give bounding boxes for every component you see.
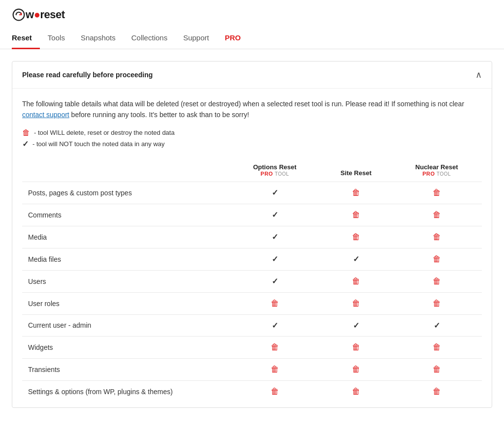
col-header-site-reset: Site Reset [320,158,391,182]
check-icon: ✓ [272,277,278,285]
options-reset-cell: ✓ [229,182,320,204]
table-row: Media✓🗑🗑 [22,226,482,248]
check-icon: ✓ [272,233,278,241]
row-label: Widgets [22,336,229,358]
nav-tab-reset[interactable]: Reset [12,30,40,49]
options-reset-cell: 🗑 [229,358,320,380]
trash-icon: 🗑 [352,277,360,286]
col-header-options-reset: Options Reset PRO TOOL [229,158,320,182]
table-row: Media files✓✓🗑 [22,248,482,270]
nav-tabs: Reset Tools Snapshots Collections Suppor… [12,30,492,49]
trash-icon: 🗑 [352,299,360,308]
trash-icon: 🗑 [433,210,441,219]
trash-icon: 🗑 [433,365,441,374]
intro-text-after: before running any tools. It's better to… [69,111,249,119]
trash-icon: 🗑 [352,365,360,374]
trash-icon: 🗑 [271,299,279,308]
legend-keep-text: - tool will NOT touch the noted data in … [32,140,165,148]
card-header: Please read carefully before proceeding … [12,62,492,89]
intro-paragraph: The following table details what data wi… [22,98,482,121]
options-reset-label: Options Reset [235,163,315,171]
row-label: Users [22,270,229,292]
site-reset-label: Site Reset [326,169,385,177]
table-row: Widgets🗑🗑🗑 [22,336,482,358]
nav-tab-snapshots[interactable]: Snapshots [73,30,124,49]
trash-icon: 🗑 [352,387,360,396]
comparison-table: Options Reset PRO TOOL Site Reset Nuc [22,158,482,402]
table-header-row: Options Reset PRO TOOL Site Reset Nuc [22,158,482,182]
nuclear-reset-cell: 🗑 [391,248,482,270]
trash-icon: 🗑 [271,365,279,374]
options-reset-cell: 🗑 [229,336,320,358]
row-label: User roles [22,292,229,314]
card-body: The following table details what data wi… [12,89,492,407]
info-card: Please read carefully before proceeding … [12,61,492,408]
nuclear-reset-cell: 🗑 [391,336,482,358]
check-icon: ✓ [272,211,278,219]
nuclear-reset-cell: 🗑 [391,358,482,380]
table-head: Options Reset PRO TOOL Site Reset Nuc [22,158,482,182]
row-label: Media files [22,248,229,270]
check-icon: ✓ [353,321,359,330]
table-row: Current user - admin✓✓✓ [22,314,482,336]
pro-word-2: PRO [422,171,435,177]
options-reset-cell: ✓ [229,204,320,226]
options-reset-cell: 🗑 [229,380,320,402]
check-icon: ✓ [353,255,359,263]
nav-tab-collections[interactable]: Collections [124,30,175,49]
trash-icon: 🗑 [433,232,441,242]
legend-delete-text: - tool WILL delete, reset or destroy the… [34,129,175,136]
row-label: Current user - admin [22,314,229,336]
site-reset-cell: 🗑 [320,380,391,402]
logo-text: w●reset [26,8,65,21]
app-wrapper: w●reset Reset Tools Snapshots Collection… [0,0,504,433]
check-icon: ✓ [272,255,278,263]
table-row: Settings & options (from WP, plugins & t… [22,380,482,402]
nav-tab-pro[interactable]: PRO [217,30,249,49]
main-content: Please read carefully before proceeding … [0,49,504,420]
nuclear-reset-cell: 🗑 [391,204,482,226]
options-reset-cell: ✓ [229,226,320,248]
col-header-nuclear-reset: Nuclear Reset PRO TOOL [391,158,482,182]
options-reset-cell: 🗑 [229,292,320,314]
nuclear-reset-cell: 🗑 [391,270,482,292]
site-reset-cell: 🗑 [320,292,391,314]
trash-icon: 🗑 [433,299,441,308]
trash-icon: 🗑 [433,188,441,197]
tool-word-2: TOOL [437,171,451,177]
nav-tab-tools[interactable]: Tools [40,30,73,49]
col-header-empty [22,158,229,182]
row-label: Settings & options (from WP, plugins & t… [22,380,229,402]
nuclear-reset-cell: 🗑 [391,226,482,248]
svg-point-0 [13,9,25,21]
table-body: Posts, pages & custom post types✓🗑🗑Comme… [22,182,482,402]
site-reset-cell: 🗑 [320,336,391,358]
trash-icon: 🗑 [271,342,279,352]
site-reset-cell: ✓ [320,248,391,270]
main-nav: Reset Tools Snapshots Collections Suppor… [12,30,492,49]
logo-dot: ● [34,8,40,21]
legend-trash-icon: 🗑 [22,128,30,137]
site-reset-cell: 🗑 [320,358,391,380]
trash-icon: 🗑 [352,188,360,197]
trash-icon: 🗑 [271,387,279,396]
legend-keep: ✓ - tool will NOT touch the noted data i… [22,139,482,149]
row-label: Media [22,226,229,248]
logo-prefix: w [26,8,34,21]
site-reset-cell: 🗑 [320,204,391,226]
nuclear-reset-cell: 🗑 [391,292,482,314]
nuclear-reset-cell: ✓ [391,314,482,336]
nuclear-reset-label: Nuclear Reset [397,163,476,171]
logo-suffix: reset [40,8,64,21]
table-row: Users✓🗑🗑 [22,270,482,292]
table-row: User roles🗑🗑🗑 [22,292,482,314]
site-reset-cell: ✓ [320,314,391,336]
logo-icon [12,8,26,22]
options-reset-sublabel: PRO TOOL [235,171,315,177]
nuclear-reset-cell: 🗑 [391,380,482,402]
trash-icon: 🗑 [433,387,441,396]
collapse-icon[interactable]: ∧ [475,69,482,80]
nav-tab-support[interactable]: Support [175,30,217,49]
intro-text-before: The following table details what data wi… [22,100,464,108]
contact-support-link[interactable]: contact support [22,111,69,119]
